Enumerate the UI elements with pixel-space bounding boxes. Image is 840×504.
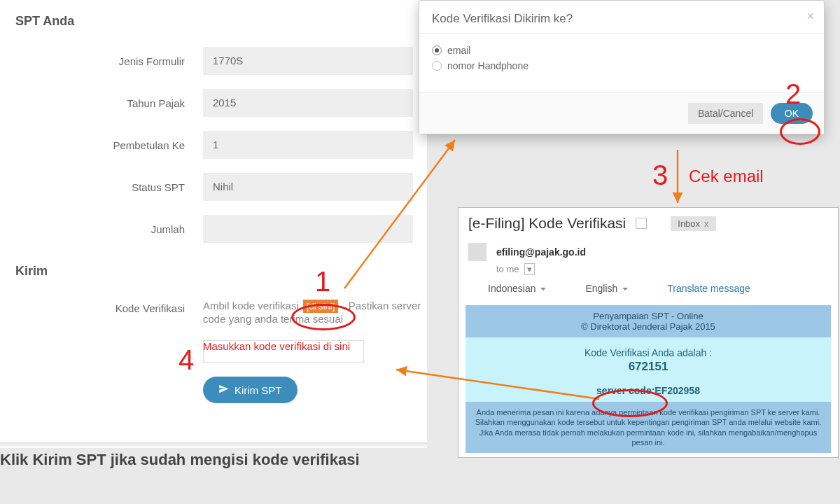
kirim-spt-label: Kirim SPT	[234, 384, 282, 396]
value-jumlah	[203, 215, 413, 243]
server-code: server code:EF202958	[474, 385, 822, 396]
row-jumlah: Jumlah	[0, 215, 427, 243]
importance-marker-icon[interactable]	[636, 218, 647, 229]
kirim-spt-button[interactable]: Kirim SPT	[203, 377, 298, 403]
translate-link[interactable]: Translate message	[667, 283, 750, 294]
label-pembetulan: Pembetulan Ke	[28, 139, 203, 151]
lang-indonesian[interactable]: Indonesian	[488, 283, 546, 294]
section-title-kirim: Kirim	[0, 264, 427, 279]
verif-text-1: Ambil kode verifikasi	[203, 300, 299, 312]
lang-english[interactable]: English	[585, 283, 628, 294]
radio-dot-icon	[432, 61, 442, 71]
radio-email[interactable]: email	[432, 45, 811, 56]
to-label: to me	[496, 264, 519, 274]
row-status: Status SPT Nihil	[0, 173, 427, 201]
bottom-caption: Klik Kirim SPT jika sudah mengisi kode v…	[0, 451, 360, 469]
label-status: Status SPT	[28, 181, 203, 193]
chip-close-icon[interactable]: x	[704, 218, 709, 229]
anno-cek-email-text: Cek email	[689, 167, 764, 186]
email-disclaimer: Anda menerima pesan ini karena adanya pe…	[465, 402, 831, 453]
label-tahun: Tahun Pajak	[28, 97, 203, 109]
chevron-down-icon	[622, 288, 628, 293]
email-header-line2: © Direktorat Jenderal Pajak 2015	[472, 321, 824, 332]
cancel-button[interactable]: Batal/Cancel	[688, 103, 763, 124]
spt-form-panel: SPT Anda Jenis Formulir 1770S Tahun Paja…	[0, 0, 427, 448]
modal-title: Kode Verifikasi Dikirim ke?	[432, 12, 573, 25]
verif-code: 672151	[474, 360, 822, 374]
row-tahun: Tahun Pajak 2015	[0, 89, 427, 117]
radio-hp-label: nomor Handphone	[447, 60, 528, 71]
label-jenis: Jenis Formulir	[28, 55, 203, 67]
label-kode: Kode Verifikasi	[28, 300, 203, 403]
section-title-spt: SPT Anda	[0, 14, 427, 29]
panel-shadow	[0, 442, 427, 448]
background-gap	[427, 146, 458, 207]
verif-text: Kode Verifikasi Anda adalah :	[474, 347, 822, 358]
value-status: Nihil	[203, 173, 413, 201]
row-jenis: Jenis Formulir 1770S	[0, 47, 427, 75]
chevron-down-icon: ▾	[524, 263, 535, 275]
row-pembetulan: Pembetulan Ke 1	[0, 131, 427, 159]
email-body: Penyampaian SPT - Online © Direktorat Je…	[465, 305, 831, 453]
inbox-chip[interactable]: Inboxx	[671, 216, 715, 231]
anno-arrow-3-icon	[671, 148, 685, 207]
ok-button[interactable]: OK	[771, 103, 813, 124]
disini-link[interactable]: [di sini]	[303, 300, 338, 313]
value-pembetulan: 1	[203, 131, 413, 159]
verif-code-input[interactable]	[203, 340, 364, 363]
anno-3: 3	[652, 160, 668, 191]
radio-dot-icon	[432, 46, 442, 55]
label-jumlah: Jumlah	[28, 223, 203, 235]
value-tahun: 2015	[203, 89, 413, 117]
radio-email-label: email	[447, 45, 470, 56]
verif-modal: Kode Verifikasi Dikirim ke? × email nomo…	[419, 0, 825, 134]
inbox-chip-label: Inbox	[678, 218, 700, 229]
value-jenis: 1770S	[203, 47, 413, 75]
row-kode-verifikasi: Kode Verifikasi Ambil kode verifikasi [d…	[0, 300, 427, 403]
close-icon[interactable]: ×	[806, 9, 814, 24]
chevron-down-icon	[540, 288, 546, 293]
paper-plane-icon	[218, 384, 229, 396]
email-subject: [e-Filing] Kode Verifikasi	[468, 215, 626, 232]
sender-email: efiling@pajak.go.id	[496, 246, 586, 258]
avatar	[468, 243, 486, 261]
email-header-line1: Penyampaian SPT - Online	[472, 311, 824, 321]
recipient-row[interactable]: to me ▾	[496, 264, 838, 274]
email-panel: [e-Filing] Kode Verifikasi Inboxx efilin…	[458, 207, 839, 458]
radio-hp[interactable]: nomor Handphone	[432, 60, 811, 71]
